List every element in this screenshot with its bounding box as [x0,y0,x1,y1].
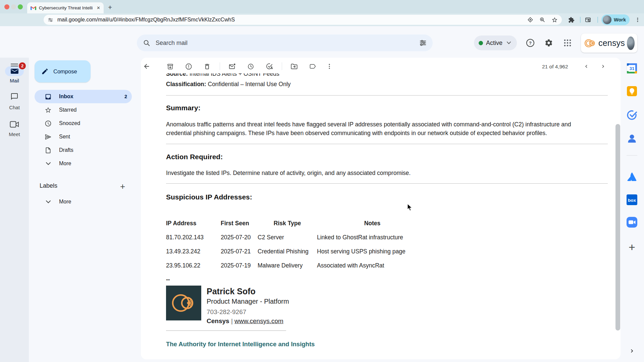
hide-side-panel-chevron-icon[interactable] [625,344,639,358]
summary-heading: Summary: [166,104,201,112]
search-filter-tune-icon[interactable] [419,39,427,47]
settings-gear-icon[interactable] [544,39,553,47]
snooze-icon[interactable] [247,62,255,70]
sidebar-labels-more[interactable]: More [35,195,132,208]
divider [166,144,608,144]
tab-search-icon[interactable] [585,17,591,23]
sidebar-item-inbox[interactable]: Inbox 2 [35,90,132,103]
tab-title: Cybersecurity Threat Intellige [39,5,93,10]
sidebar-item-label: Drafts [59,147,73,153]
back-to-inbox-icon[interactable] [143,62,151,70]
search-bar[interactable] [137,35,433,51]
classification-line: Classification: Confidential – Internal … [166,81,291,88]
app-rail-background [0,26,29,362]
window-minimize-button[interactable] [11,4,16,9]
sidebar-item-label: More [59,161,71,167]
chat-status-selector[interactable]: Active [474,36,517,50]
table-row: 13.49.23.242 2025-07-21 Credential Phish… [166,244,428,258]
diamond-extension-icon[interactable] [527,17,533,23]
sidebar-item-drafts[interactable]: Drafts [35,143,132,157]
atlassian-icon[interactable] [625,170,639,184]
newer-email-chevron-icon[interactable] [582,62,590,70]
suspicious-ip-table: IP Address First Seen Risk Type Notes 81… [166,216,428,273]
toolbar-divider [282,62,282,70]
tab-close-icon[interactable]: ✕ [97,5,100,10]
bookmark-star-icon[interactable] [551,17,558,23]
account-avatar[interactable] [627,37,635,50]
censys-signature-logo [166,286,201,320]
zoom-page-icon[interactable] [539,17,545,23]
chevron-down-icon [507,42,511,44]
labels-section-title: Labels [40,182,57,189]
more-options-kebab-icon[interactable] [325,62,333,70]
summary-paragraph: Anomalous traffic patterns and threat in… [166,120,594,137]
profile-label: Work [614,17,626,22]
sidebar-item-snoozed[interactable]: Snoozed [35,117,132,130]
signature-company: Censys [207,317,229,324]
search-icon[interactable] [143,39,150,47]
censys-logo-icon [584,38,596,49]
search-input[interactable] [155,39,419,47]
older-email-chevron-icon[interactable] [599,62,607,70]
account-card[interactable]: censys [581,34,637,53]
signature-company-line: Censys | www.censys.com [207,317,283,325]
zoom-icon[interactable] [625,215,639,229]
url-bar[interactable] [44,15,562,25]
help-icon[interactable]: ? [526,39,535,47]
chevron-down-icon [46,162,51,165]
calendar-icon[interactable]: 31 [625,61,639,75]
keep-icon[interactable] [625,84,639,98]
sidebar-item-sent[interactable]: Sent [35,130,132,143]
signature-title: Product Manager - Platform [207,298,289,305]
url-input[interactable] [57,16,527,23]
meet-icon[interactable] [10,121,19,128]
window-close-button[interactable] [4,4,9,9]
get-addons-plus-icon[interactable]: + [625,240,639,254]
sidebar-item-label: Sent [59,134,70,140]
contacts-icon[interactable] [625,131,639,145]
report-spam-icon[interactable] [184,62,193,70]
rail-label-mail[interactable]: Mail [0,78,29,83]
archive-icon[interactable] [166,62,174,70]
signature-tagline: The Authority for Internet Intelligence … [166,341,315,348]
browser-profile-button[interactable]: Work [601,14,630,25]
sidebar-item-more[interactable]: More [35,157,132,170]
add-to-tasks-icon[interactable] [265,62,273,70]
chat-icon[interactable] [10,93,18,101]
site-settings-icon[interactable] [48,17,53,23]
signature-name: Patrick Sofo [207,287,256,296]
new-tab-button[interactable]: + [108,4,112,10]
rail-label-meet[interactable]: Meet [0,131,29,137]
inbox-count: 2 [124,94,127,99]
scrollbar-thumb[interactable] [615,124,620,330]
censys-website-link[interactable]: www.censys.com [234,317,283,324]
mouse-cursor [407,203,413,212]
status-active-dot [479,41,483,45]
mark-unread-icon[interactable] [228,62,236,70]
sidebar-item-label: Starred [59,107,76,113]
box-icon[interactable]: box [625,193,639,207]
action-required-paragraph: Investigate the listed IPs. Determine na… [166,170,594,177]
compose-button[interactable]: Compose [35,60,91,82]
chrome-menu-kebab-icon[interactable] [635,16,641,23]
screen: Cybersecurity Threat Intellige ✕ + [0,0,644,362]
tasks-icon[interactable] [625,108,639,122]
table-row: 81.70.202.143 2025-07-20 C2 Server Linke… [166,230,428,244]
sidebar-item-label: More [59,199,71,205]
sidebar-item-starred[interactable]: Starred [35,103,132,117]
delete-trash-icon[interactable] [203,62,211,70]
window-zoom-button[interactable] [18,4,23,9]
signature-phone: 703-282-9267 [207,308,246,316]
google-apps-grid-icon[interactable] [564,39,572,47]
rail-label-chat[interactable]: Chat [0,105,29,110]
move-to-folder-icon[interactable] [290,62,298,70]
label-tag-icon[interactable] [309,62,317,70]
chrome-separator [580,17,581,23]
signature-divider [166,330,286,331]
browser-tab[interactable]: Cybersecurity Threat Intellige ✕ [27,2,104,13]
extensions-puzzle-icon[interactable] [568,17,575,23]
create-label-plus-icon[interactable]: + [120,181,125,192]
svg-text:box: box [628,198,636,203]
browser-tab-strip: Cybersecurity Threat Intellige ✕ + [0,0,644,13]
table-header-row: IP Address First Seen Risk Type Notes [166,216,428,230]
